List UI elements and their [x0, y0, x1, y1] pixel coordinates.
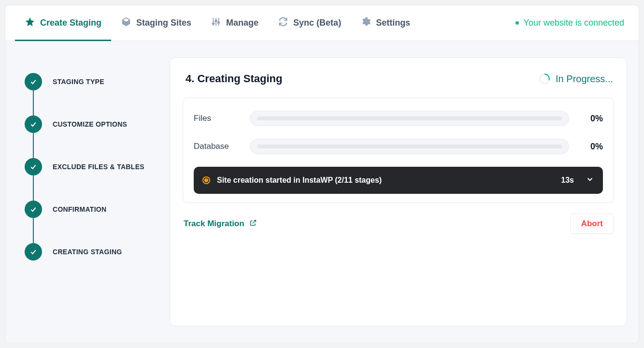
- step-confirmation[interactable]: Confirmation: [25, 188, 158, 231]
- step-label: Customize Options: [53, 120, 127, 128]
- status-dot-icon: [515, 21, 519, 25]
- tab-create-staging[interactable]: Create Staging: [15, 5, 111, 41]
- tab-label: Staging Sites: [136, 18, 191, 28]
- in-progress-status: In Progress...: [539, 73, 613, 85]
- step-creating-staging[interactable]: Creating Staging: [25, 231, 158, 273]
- content-body: Staging Type Customize Options Exclude F…: [5, 41, 639, 343]
- svg-point-0: [213, 23, 215, 25]
- step-label: Staging Type: [53, 78, 104, 86]
- progress-bar-files: [250, 111, 569, 126]
- check-icon: [25, 201, 42, 218]
- log-message: Site creation started in InstaWP (2/11 s…: [217, 176, 554, 185]
- check-icon: [25, 73, 42, 90]
- step-customize-options[interactable]: Customize Options: [25, 103, 158, 145]
- progress-row-files: Files 0%: [194, 111, 603, 126]
- sliders-icon: [211, 16, 221, 29]
- step-label: Creating Staging: [53, 248, 122, 256]
- svg-point-2: [218, 22, 220, 24]
- check-icon: [25, 116, 42, 133]
- star-icon: [25, 16, 35, 29]
- chevron-down-icon: [586, 175, 594, 186]
- tab-manage[interactable]: Manage: [201, 5, 268, 41]
- progress-bar-database: [250, 139, 569, 154]
- progress-percent-files: 0%: [579, 114, 603, 124]
- step-exclude[interactable]: Exclude Files & Tables: [25, 145, 158, 188]
- tab-label: Sync (Beta): [293, 18, 341, 28]
- step-label: Exclude Files & Tables: [53, 163, 144, 171]
- tab-label: Settings: [376, 18, 410, 28]
- progress-label: Files: [194, 114, 240, 123]
- tab-bar: Create Staging Staging Sites Manage: [5, 5, 639, 41]
- status-text: In Progress...: [556, 73, 613, 85]
- track-migration-link[interactable]: Track Migration: [184, 219, 257, 229]
- check-icon: [25, 158, 42, 175]
- svg-point-1: [215, 20, 217, 22]
- log-elapsed: 13s: [561, 176, 574, 185]
- creating-staging-card: 4. Creating Staging In Progress... Files…: [170, 58, 627, 326]
- tab-label: Manage: [226, 18, 258, 28]
- abort-button[interactable]: Abort: [570, 214, 614, 234]
- main-area: 4. Creating Staging In Progress... Files…: [170, 41, 639, 343]
- progress-label: Database: [194, 142, 240, 151]
- tab-settings[interactable]: Settings: [351, 5, 420, 41]
- card-title: 4. Creating Staging: [186, 72, 282, 85]
- tab-sync[interactable]: Sync (Beta): [268, 5, 351, 41]
- sync-icon: [278, 16, 288, 29]
- check-icon: [25, 243, 42, 261]
- link-text: Track Migration: [184, 219, 244, 229]
- tab-label: Create Staging: [40, 18, 101, 28]
- progress-row-database: Database 0%: [194, 139, 603, 154]
- log-row[interactable]: Site creation started in InstaWP (2/11 s…: [194, 167, 603, 194]
- step-staging-type[interactable]: Staging Type: [25, 60, 158, 103]
- app-panel: Create Staging Staging Sites Manage: [5, 5, 639, 343]
- external-link-icon: [249, 219, 257, 229]
- connection-status: Your website is connected: [515, 18, 629, 28]
- connection-status-text: Your website is connected: [524, 18, 624, 28]
- step-label: Confirmation: [53, 205, 106, 213]
- tab-staging-sites[interactable]: Staging Sites: [111, 5, 201, 41]
- gear-icon: [360, 16, 371, 29]
- pulse-icon: [202, 176, 210, 184]
- wizard-stepper: Staging Type Customize Options Exclude F…: [5, 41, 170, 343]
- spinner-icon: [539, 73, 550, 84]
- cube-icon: [121, 16, 131, 29]
- progress-box: Files 0% Database 0%: [183, 98, 614, 203]
- progress-percent-database: 0%: [579, 142, 603, 152]
